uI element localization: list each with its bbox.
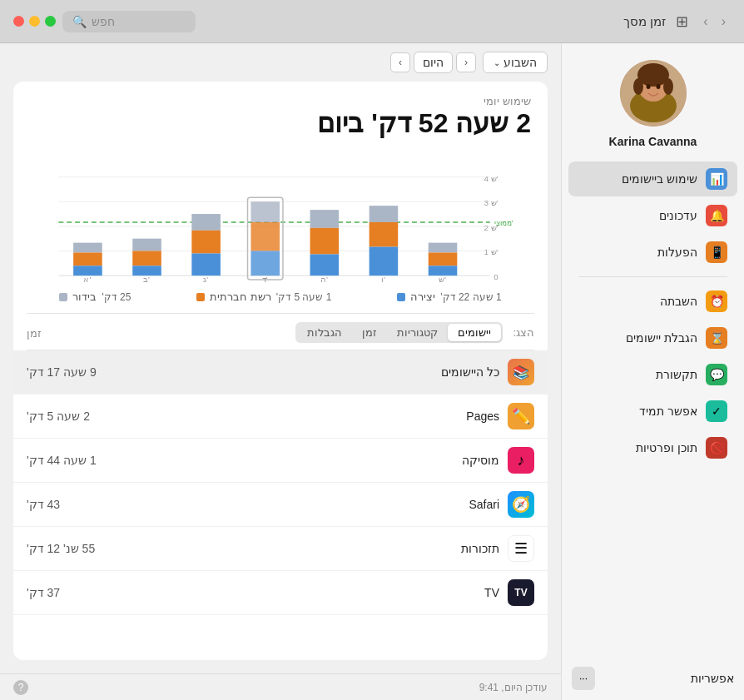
user-name: Karina Cavanna (609, 135, 697, 148)
legend-dot-entertainment (59, 293, 67, 301)
sidebar-item-label: הגבלת יישומים (578, 331, 697, 345)
legend-val-social: 1 שעה 5 דק' (276, 291, 332, 303)
svg-rect-22 (191, 253, 221, 276)
tab-apps[interactable]: יישומים (448, 324, 501, 341)
day-navigation: ‹ היום › (390, 52, 476, 73)
svg-rect-33 (370, 206, 399, 222)
sidebar-item-label: שימוש ביישומים (578, 172, 697, 186)
sidebar-item-downtime[interactable]: ⏰ השבתה (568, 284, 737, 319)
nav-arrows: ‹ › (698, 12, 731, 31)
svg-text:ד': ד' (262, 275, 268, 284)
search-placeholder: חפש (92, 15, 115, 28)
table-row[interactable]: 📚 כל היישומים 9 שעה 17 דק' (13, 350, 548, 395)
svg-text:ממוצי': ממוצי' (494, 219, 513, 227)
week-label: השבוע (503, 56, 537, 69)
top-bar-center: זמן מסך ⊞ ‹ › (623, 12, 731, 31)
legend-val-creation: 1 שעה 22 דק' (440, 291, 501, 303)
today-button[interactable]: היום (414, 52, 453, 73)
main-area: השבוע ⌄ ‹ היום › שימוש יומי 2 שעה 52 דק'… (0, 43, 744, 700)
content-card: שימוש יומי 2 שעה 52 דק' ביום 0 1 ש' 2 ש'… (13, 82, 548, 660)
chart-legend: יצירה 1 שעה 22 דק' רשת חברתית 1 שעה 5 דק… (13, 287, 548, 313)
sidebar-item-label: השבתה (578, 295, 697, 308)
search-box[interactable]: 🔍 חפש (62, 11, 196, 32)
tab-time[interactable]: זמן (352, 324, 387, 341)
left-panel: השבוע ⌄ ‹ היום › שימוש יומי 2 שעה 52 דק'… (0, 43, 561, 700)
close-button[interactable] (13, 16, 24, 27)
svg-point-45 (633, 78, 643, 95)
sidebar-item-always-allow[interactable]: ✓ אפשר תמיד (568, 394, 737, 429)
pages-icon: ✏️ (508, 403, 534, 429)
minimize-button[interactable] (29, 16, 40, 27)
svg-rect-30 (310, 228, 340, 255)
chart-area: 0 1 ש' 2 ש' 3 ש' 4 ש' ממוצי' (13, 146, 548, 287)
status-bar: עודכן היום, 9:41 ? (0, 673, 561, 700)
nav-forward-arrow[interactable]: › (717, 12, 731, 31)
more-button[interactable]: ··· (572, 667, 595, 690)
status-text: עודכן היום, 9:41 (479, 682, 548, 693)
reminders-icon: ☰ (508, 535, 534, 562)
nav-back-arrow[interactable]: ‹ (698, 12, 712, 31)
svg-text:4 ש': 4 ש' (484, 174, 498, 183)
svg-text:ג': ג' (203, 275, 208, 284)
table-row[interactable]: 🧭 Safari 43 דק' (13, 483, 548, 527)
svg-rect-25 (250, 222, 280, 251)
reminders-time: 55 שנ' 12 דק' (27, 542, 110, 555)
day-forward-button[interactable]: › (390, 52, 410, 72)
week-button[interactable]: השבוע ⌄ (483, 52, 548, 73)
table-row[interactable]: ✏️ Pages 2 שעה 5 דק' (13, 395, 548, 439)
app-list: 📚 כל היישומים 9 שעה 17 דק' ✏️ Pages 2 שע… (13, 350, 548, 660)
top-bar-left: 🔍 חפש (13, 11, 196, 32)
app-usage-icon: 📊 (706, 168, 727, 190)
maximize-button[interactable] (45, 16, 56, 27)
sidebar-item-label: אפשר תמיד (578, 405, 697, 418)
legend-item-social: רשת חברתית 1 שעה 5 דק' (196, 290, 331, 303)
grid-icon[interactable]: ⊞ (676, 12, 688, 31)
table-row[interactable]: ☰ תזכורות 55 שנ' 12 דק' (13, 527, 548, 571)
svg-text:ו': ו' (381, 275, 385, 284)
safari-name: Safari (110, 498, 499, 511)
svg-rect-34 (370, 222, 399, 247)
svg-rect-17 (132, 251, 161, 266)
table-row[interactable]: ♪ מוסיקה 1 שעה 44 דק' (13, 439, 548, 483)
svg-text:ב': ב' (143, 275, 150, 284)
app-limits-icon: ⌛ (706, 327, 727, 349)
stats-title: 2 שעה 52 דק' ביום (30, 107, 531, 139)
sidebar-bottom: אפשריות ··· (562, 660, 744, 700)
time-column-label: זמן (27, 327, 42, 340)
svg-rect-13 (73, 252, 102, 266)
sidebar-item-app-limits[interactable]: ⌛ הגבלת יישומים (568, 320, 737, 355)
tv-icon: TV (508, 579, 534, 606)
tab-limits[interactable]: הגבלות (297, 324, 352, 341)
svg-text:ה': ה' (320, 275, 328, 284)
svg-rect-24 (250, 201, 280, 222)
table-row[interactable]: TV TV 37 דק' (13, 571, 548, 615)
sidebar-item-communication[interactable]: 💬 תקשורת (568, 357, 737, 392)
tab-categories[interactable]: קטגוריות (387, 324, 448, 341)
sidebar-item-app-usage[interactable]: 📊 שימוש ביישומים (568, 161, 737, 196)
sub-toolbar: השבוע ⌄ ‹ היום › (0, 43, 561, 82)
svg-text:1 ש': 1 ש' (484, 247, 498, 256)
search-icon: 🔍 (72, 15, 87, 28)
always-allow-icon: ✓ (706, 400, 727, 422)
stats-subtitle: שימוש יומי (30, 95, 531, 107)
pages-time: 2 שעה 5 דק' (27, 410, 110, 423)
col-time-header: זמן (27, 325, 42, 340)
svg-text:3 ש': 3 ש' (484, 198, 498, 207)
legend-label-social: רשת חברתית (210, 290, 271, 303)
legend-label-entertainment: בידור (72, 290, 97, 303)
sidebar-item-activations[interactable]: 📱 הפעלות (568, 235, 737, 270)
avatar (620, 60, 687, 127)
svg-text:0: 0 (494, 272, 498, 281)
sidebar-item-content-privacy[interactable]: 🚫 תוכן ופרטיות (568, 430, 737, 465)
svg-rect-16 (132, 239, 161, 251)
downtime-icon: ⏰ (706, 290, 727, 312)
sidebar-item-notifications[interactable]: 🔔 עדכונים (568, 198, 737, 233)
svg-rect-37 (429, 243, 458, 253)
legend-item-entertainment: בידור 25 דק' (59, 290, 131, 303)
reminders-name: תזכורות (110, 542, 499, 555)
help-button[interactable]: ? (13, 680, 28, 695)
day-back-button[interactable]: ‹ (456, 52, 476, 72)
tab-group: יישומים קטגוריות זמן הגבלות (295, 322, 503, 343)
svg-point-48 (656, 84, 660, 89)
top-bar: 🔍 חפש זמן מסך ⊞ ‹ › (0, 0, 744, 43)
